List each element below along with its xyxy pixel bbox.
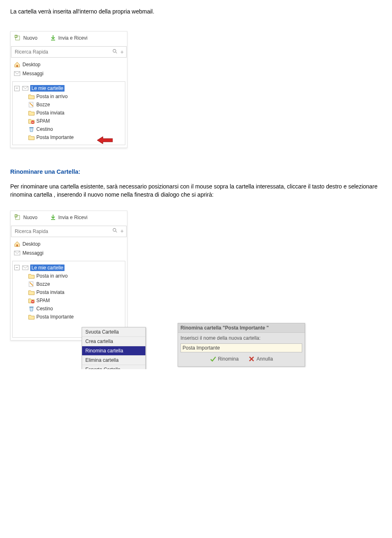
- tree-item-inbox[interactable]: Posta in arrivo: [28, 92, 123, 101]
- home-icon: [14, 241, 20, 247]
- svg-rect-5: [16, 65, 18, 67]
- search-icon[interactable]: [112, 49, 118, 56]
- paragraph-text: Per rinominare una cartella esistente, s…: [10, 182, 382, 199]
- trash-icon: [28, 305, 35, 312]
- svg-point-15: [113, 229, 116, 231]
- spam-icon: [28, 297, 35, 304]
- tree-item-spam[interactable]: SPAM: [28, 117, 123, 125]
- tree-item-sent[interactable]: Posta inviata: [28, 109, 123, 117]
- collapse-icon[interactable]: −: [14, 86, 20, 91]
- add-search-icon[interactable]: +: [120, 49, 124, 56]
- tree-item-bozze[interactable]: Bozze: [28, 101, 123, 109]
- nav-messaggi[interactable]: Messaggi: [11, 249, 127, 258]
- nav-messaggi-label: Messaggi: [22, 250, 43, 256]
- draft-icon: [28, 101, 35, 108]
- tree-item-important[interactable]: Posta Importante: [28, 313, 123, 321]
- tree-item-trash[interactable]: Cestino: [28, 305, 123, 313]
- svg-point-3: [113, 49, 116, 52]
- home-icon: [14, 61, 20, 68]
- nav-desktop[interactable]: Desktop: [11, 60, 127, 69]
- rename-dialog: Rinomina cartella "Posta Importante " In…: [178, 323, 305, 367]
- download-arrow-icon: [50, 214, 56, 221]
- rename-dialog-prompt: Inserisci il nome della nuova cartella:: [180, 335, 302, 341]
- cm-rinomina[interactable]: Rinomina cartella: [82, 346, 145, 355]
- tree-label: SPAM: [36, 118, 50, 124]
- nav-messaggi-label: Messaggi: [22, 71, 43, 76]
- tree-item-spam[interactable]: SPAM: [28, 296, 123, 305]
- tree-root[interactable]: − Le mie cartelle: [14, 84, 123, 92]
- cm-crea[interactable]: Crea cartella: [82, 336, 145, 346]
- invia-ricevi-label: Invia e Ricevi: [58, 215, 87, 220]
- nuovo-button[interactable]: Nuovo: [15, 35, 38, 41]
- search-input[interactable]: [14, 228, 112, 235]
- svg-rect-2: [51, 40, 55, 40]
- nuovo-icon: [15, 35, 21, 41]
- cancel-icon: [248, 356, 255, 362]
- folder-icon: [28, 110, 35, 116]
- svg-rect-22: [32, 301, 34, 302]
- intro-text: La cartella verrà inserita all'interno d…: [10, 8, 382, 15]
- invia-ricevi-button[interactable]: Invia e Ricevi: [50, 35, 87, 41]
- nav-desktop-label: Desktop: [22, 62, 40, 67]
- svg-rect-23: [29, 307, 33, 307]
- invia-ricevi-label: Invia e Ricevi: [58, 35, 87, 41]
- tree-item-important[interactable]: Posta Importante: [28, 133, 123, 141]
- mail-icon: [22, 85, 29, 92]
- folder-icon: [28, 314, 35, 320]
- trash-icon: [28, 126, 35, 132]
- search-bar[interactable]: +: [11, 46, 127, 58]
- cm-elimina[interactable]: Elimina cartella: [82, 355, 145, 365]
- folder-mail-icon: [28, 273, 35, 279]
- search-bar[interactable]: +: [11, 226, 127, 237]
- tree-item-inbox[interactable]: Posta in arrivo: [28, 272, 123, 280]
- svg-line-16: [116, 231, 117, 233]
- add-search-icon[interactable]: +: [120, 228, 124, 235]
- nuovo-icon: [15, 214, 21, 221]
- rinomina-button[interactable]: Rinomina: [210, 356, 239, 362]
- context-menu: Svuota Cartella Crea cartella Rinomina c…: [82, 327, 146, 369]
- nuovo-label: Nuovo: [23, 35, 38, 41]
- nav-desktop-label: Desktop: [22, 241, 40, 247]
- folder-icon: [28, 289, 35, 296]
- mail-icon: [22, 265, 29, 271]
- folder-mail-icon: [28, 93, 35, 100]
- tree-item-trash[interactable]: Cestino: [28, 125, 123, 133]
- nuovo-button[interactable]: Nuovo: [15, 214, 38, 221]
- tree-label: Bozze: [36, 281, 50, 287]
- nav-desktop[interactable]: Desktop: [11, 240, 127, 249]
- section-title: Rinominare una Cartella:: [10, 168, 382, 175]
- search-input[interactable]: [14, 49, 112, 55]
- nuovo-label: Nuovo: [23, 215, 38, 220]
- tree-label: Posta in arrivo: [36, 273, 68, 279]
- tree-root-label: Le mie cartelle: [30, 265, 65, 271]
- annulla-label: Annulla: [256, 356, 273, 362]
- cm-esporta[interactable]: Esporta Cartella: [82, 365, 145, 369]
- draft-icon: [28, 281, 35, 287]
- svg-rect-10: [32, 122, 34, 122]
- folder-tree: − Le mie cartelle Posta in arrivo Bozze …: [12, 261, 125, 338]
- mail-icon: [14, 250, 20, 256]
- tree-root[interactable]: − Le mie cartelle: [14, 264, 123, 272]
- svg-rect-17: [16, 244, 18, 247]
- rinomina-label: Rinomina: [218, 356, 239, 362]
- mail-icon: [14, 70, 20, 77]
- tree-item-sent[interactable]: Posta inviata: [28, 288, 123, 296]
- check-icon: [210, 356, 216, 362]
- download-arrow-icon: [50, 35, 56, 41]
- annulla-button[interactable]: Annulla: [248, 356, 273, 362]
- tree-label: Bozze: [36, 102, 50, 108]
- tree-label: Posta Importante: [36, 134, 74, 140]
- search-icon[interactable]: [112, 228, 118, 235]
- nav-messaggi[interactable]: Messaggi: [11, 69, 127, 78]
- tree-label: Cestino: [36, 126, 53, 132]
- collapse-icon[interactable]: −: [14, 265, 20, 270]
- tree-item-bozze[interactable]: Bozze: [28, 280, 123, 288]
- folder-tree: − Le mie cartelle Posta in arrivo Bozze …: [12, 81, 125, 145]
- rename-input[interactable]: Posta Importante: [180, 343, 302, 352]
- invia-ricevi-button[interactable]: Invia e Ricevi: [50, 214, 87, 221]
- tree-label: Posta Importante: [36, 314, 74, 320]
- tree-label: SPAM: [36, 298, 50, 303]
- tree-label: Posta inviata: [36, 289, 65, 295]
- cm-svuota[interactable]: Svuota Cartella: [82, 327, 145, 336]
- svg-rect-14: [51, 219, 55, 220]
